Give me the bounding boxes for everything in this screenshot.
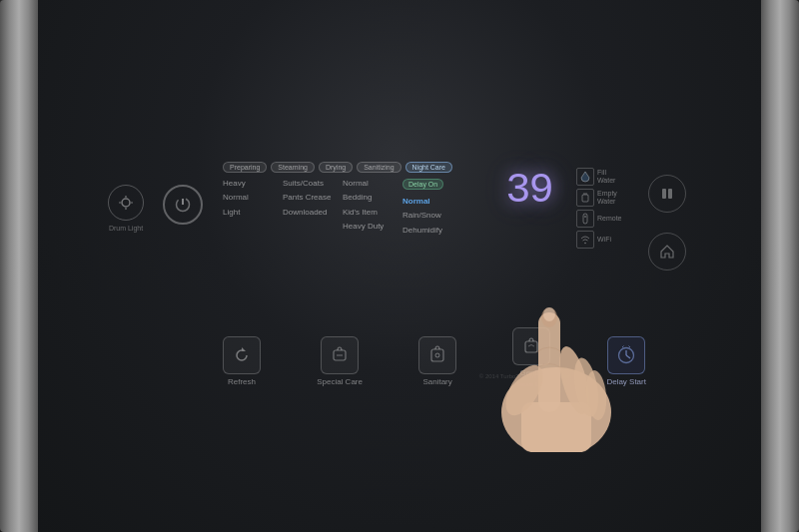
- special-care-label: Special Care: [317, 377, 363, 387]
- drum-light-icon: [108, 185, 144, 221]
- tab-steaming[interactable]: Steaming: [271, 162, 315, 173]
- fill-water-label: FillWater: [597, 169, 615, 186]
- tab-drying[interactable]: Drying: [319, 162, 353, 173]
- tab-preparing[interactable]: Preparing: [223, 162, 267, 173]
- menu-item-kids[interactable]: Kid's Item: [343, 208, 399, 218]
- empty-water-icon: [576, 189, 594, 207]
- special-care-button[interactable]: Special Care: [317, 336, 363, 387]
- sanitary-icon: [418, 336, 456, 374]
- svg-point-17: [435, 353, 439, 357]
- delay-start-icon: [607, 336, 645, 374]
- delay-start-label: Delay Start: [606, 377, 646, 387]
- svg-rect-18: [525, 341, 537, 352]
- fill-water-icon: [576, 168, 594, 186]
- menu-item-heavy-duty[interactable]: Heavy Duty: [343, 222, 399, 232]
- svg-point-12: [584, 243, 586, 245]
- menu-item-pants[interactable]: Pants Crease: [283, 193, 339, 203]
- menu-col-2: Suits/Coats Pants Crease Downloaded: [283, 179, 343, 236]
- tab-sanitizing[interactable]: Sanitizing: [357, 162, 400, 173]
- svg-line-23: [629, 346, 631, 348]
- gentle-icon: [512, 327, 550, 365]
- menu-item-normal[interactable]: Normal: [223, 193, 279, 203]
- sanitary-button[interactable]: Sanitary: [418, 336, 456, 387]
- svg-rect-7: [582, 195, 588, 202]
- menu-item-bedding[interactable]: Bedding: [343, 193, 399, 203]
- menu-area: Preparing Steaming Drying Sanitizing Nig…: [223, 162, 487, 236]
- svg-point-11: [584, 216, 586, 218]
- svg-marker-13: [242, 347, 246, 351]
- status-row-fill: FillWater: [576, 168, 631, 186]
- delay-on-badge-area: Delay On: [402, 179, 463, 190]
- home-button[interactable]: [648, 233, 686, 270]
- svg-rect-27: [521, 402, 591, 452]
- status-area: FillWater EmptyWater: [576, 168, 631, 249]
- drum-light-label: Drum Light: [109, 225, 143, 233]
- svg-rect-24: [662, 189, 666, 199]
- menu-columns: Heavy Normal Light Suits/Coats Pants Cre…: [223, 179, 487, 236]
- rail-right: [761, 0, 799, 532]
- wifi-icon: [576, 231, 594, 249]
- digital-display: 39: [501, 168, 556, 213]
- power-button[interactable]: [163, 185, 203, 225]
- menu-col-4: Delay On Normal Rain/Snow Dehumidify: [402, 179, 467, 236]
- svg-rect-10: [583, 214, 587, 224]
- svg-point-30: [543, 307, 555, 321]
- svg-line-22: [622, 346, 624, 348]
- empty-water-label: EmptyWater: [597, 190, 617, 207]
- appliance-panel: Drum Light Preparing Steaming Drying San…: [0, 0, 799, 532]
- menu-item-light[interactable]: Light: [223, 208, 279, 218]
- remote-icon: [576, 210, 594, 228]
- refresh-button[interactable]: Refresh: [223, 336, 261, 387]
- status-row-wifi: WiFi: [576, 231, 631, 249]
- menu-item-rain[interactable]: Rain/Snow: [402, 211, 463, 221]
- watermark: © 2014 TurboTax - Multi-Execution: [479, 373, 571, 379]
- wifi-label: WiFi: [597, 236, 611, 244]
- refresh-icon: [223, 336, 261, 374]
- menu-item-normal-nc[interactable]: Normal: [402, 197, 463, 207]
- menu-item-downloaded[interactable]: Downloaded: [283, 208, 339, 218]
- special-care-icon: [321, 336, 359, 374]
- display-number: 39: [505, 167, 551, 215]
- svg-line-21: [626, 355, 630, 358]
- svg-rect-25: [668, 189, 672, 199]
- main-panel: Drum Light Preparing Steaming Drying San…: [38, 0, 761, 532]
- drum-light-area[interactable]: Drum Light: [108, 185, 144, 233]
- menu-item-dehumidify[interactable]: Dehumidify: [402, 226, 463, 236]
- delay-start-button[interactable]: Delay Start: [606, 336, 646, 387]
- gentle-sublabel: Steam Low: [516, 381, 546, 387]
- play-pause-button[interactable]: [648, 175, 686, 213]
- status-row-empty: EmptyWater: [576, 189, 631, 207]
- sanitary-label: Sanitary: [422, 377, 451, 387]
- function-buttons-row: Refresh Special Care: [223, 327, 646, 387]
- refresh-label: Refresh: [228, 377, 256, 387]
- tabs-row: Preparing Steaming Drying Sanitizing Nig…: [223, 162, 487, 173]
- svg-point-29: [541, 307, 557, 327]
- svg-rect-16: [431, 349, 443, 361]
- menu-item-heavy[interactable]: Heavy: [223, 179, 279, 189]
- rail-left: [0, 0, 38, 532]
- menu-col-3: Normal Bedding Kid's Item Heavy Duty: [343, 179, 402, 236]
- tab-night-care[interactable]: Night Care: [405, 162, 452, 173]
- svg-point-0: [122, 199, 130, 207]
- remote-label: Remote: [597, 215, 622, 223]
- menu-col-1: Heavy Normal Light: [223, 179, 283, 236]
- right-icon-area: [648, 175, 686, 270]
- delay-on-badge: Delay On: [402, 179, 443, 190]
- menu-item-suits[interactable]: Suits/Coats: [283, 179, 339, 189]
- menu-item-normal2[interactable]: Normal: [343, 179, 399, 189]
- status-row-remote: Remote: [576, 210, 631, 228]
